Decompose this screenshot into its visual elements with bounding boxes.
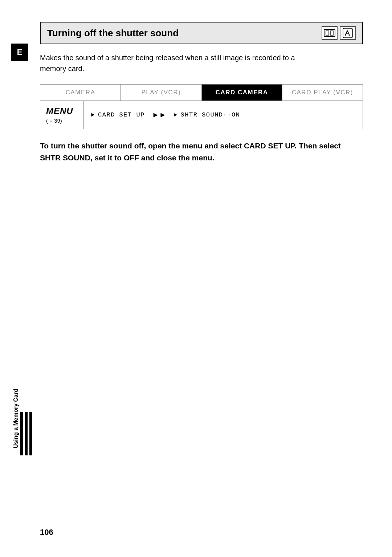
vertical-lines-decoration	[20, 412, 32, 455]
side-label: Using a Memory Card	[11, 389, 21, 448]
tab-camera[interactable]: CAMERA	[40, 85, 121, 101]
menu-content: ► CARD SET UP ►► ► SHTR SOUND··ON	[84, 101, 363, 129]
side-label-text: Using a Memory Card	[13, 389, 19, 448]
description-text: Makes the sound of a shutter being relea…	[40, 52, 363, 74]
svg-rect-4	[343, 28, 352, 38]
vert-line-2	[25, 412, 28, 455]
svg-rect-1	[326, 31, 329, 35]
header-icons	[322, 26, 356, 40]
menu-page-ref: ( ≡ 39)	[46, 118, 62, 124]
menu-area: MENU ( ≡ 39) ► CARD SET UP ►► ► SHTR SOU…	[40, 101, 363, 129]
pencil-icon-box	[340, 26, 356, 40]
tab-play-vcr[interactable]: PLAY (VCR)	[121, 85, 201, 101]
menu-label: MENU	[46, 106, 73, 116]
arrow-icon-2: ►	[173, 112, 177, 118]
section-header: Turning off the shutter sound	[40, 22, 363, 44]
menu-item-2: ► SHTR SOUND··ON	[173, 111, 240, 118]
page-number: 106	[40, 528, 53, 537]
camera-tape-icon	[322, 26, 338, 40]
menu-item-1: ► CARD SET UP	[91, 111, 145, 118]
tape-svg	[323, 28, 336, 38]
svg-rect-2	[330, 31, 333, 35]
svg-line-5	[345, 30, 347, 36]
tab-card-play-vcr[interactable]: CARD PLAY (VCR)	[282, 85, 363, 101]
mode-tabs: CAMERA PLAY (VCR) CARD CAMERA CARD PLAY …	[40, 84, 363, 101]
arrow-icon-1: ►	[91, 112, 95, 118]
menu-label-box: MENU ( ≡ 39)	[40, 101, 84, 129]
tab-card-camera[interactable]: CARD CAMERA	[202, 85, 282, 101]
pencil-svg	[342, 28, 353, 38]
section-title: Turning off the shutter sound	[47, 28, 179, 39]
arrow-double-icon: ►►	[152, 111, 167, 119]
instruction-text: To turn the shutter sound off, open the …	[40, 140, 363, 164]
vert-line-3	[29, 412, 32, 455]
svg-line-6	[347, 30, 350, 36]
